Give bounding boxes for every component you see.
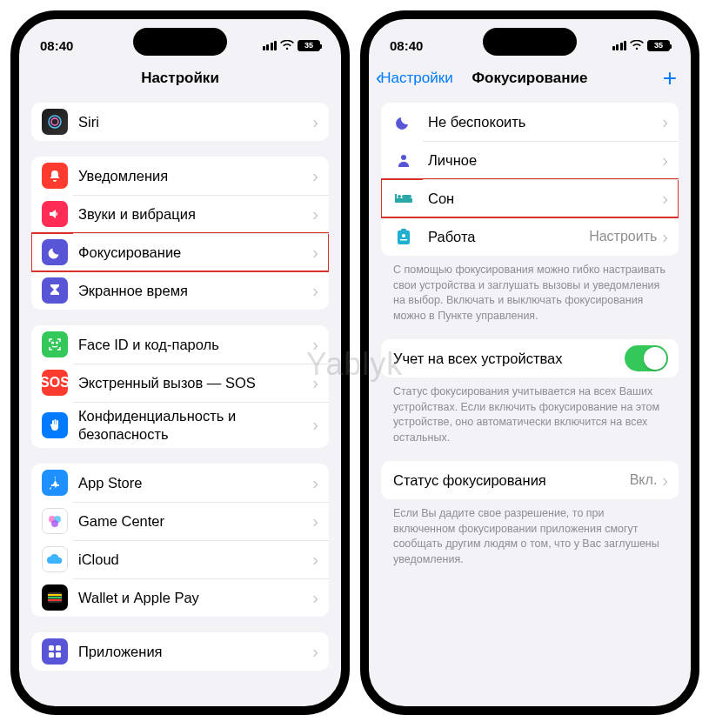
phone-left: 08:40 35 Настройки Siri › (10, 10, 350, 715)
row-share-across-devices[interactable]: Учет на всех устройствах (381, 339, 679, 377)
svg-point-1 (51, 118, 58, 125)
svg-rect-21 (401, 229, 406, 231)
row-faceid[interactable]: Face ID и код-пароль › (31, 325, 329, 364)
chevron-right-icon: › (312, 511, 318, 531)
row-label: iCloud (78, 551, 312, 569)
page-title: Фокусирование (472, 70, 588, 87)
settings-group: App Store › Game Center › iCloud › (31, 464, 329, 617)
row-label: Face ID и код-пароль (78, 336, 312, 354)
svg-point-18 (398, 195, 401, 198)
row-gamecenter[interactable]: Game Center › (31, 502, 329, 540)
focus-list[interactable]: Не беспокоить › Личное › Сон › (369, 96, 691, 706)
svg-rect-23 (400, 239, 407, 241)
chevron-right-icon: › (312, 642, 318, 662)
siri-icon (42, 109, 68, 135)
phone-right: 08:40 35 ‹ Настройки Фокусирование + Не … (360, 10, 699, 715)
settings-group: Face ID и код-пароль › SOS Экстренный вы… (31, 325, 329, 448)
faceid-icon (42, 331, 68, 357)
row-apps[interactable]: Приложения › (31, 632, 329, 671)
row-screentime[interactable]: Экранное время › (31, 271, 329, 310)
row-label: Звуки и вибрация (78, 205, 312, 224)
row-personal[interactable]: Личное › (381, 141, 679, 179)
row-appstore[interactable]: App Store › (31, 464, 329, 502)
row-label: App Store (78, 474, 312, 492)
chevron-right-icon: › (312, 415, 318, 435)
hourglass-icon (42, 277, 68, 304)
svg-point-22 (402, 234, 405, 237)
svg-rect-11 (49, 645, 54, 651)
chevron-right-icon: › (312, 243, 318, 263)
settings-list[interactable]: Siri › Уведомления › Звуки и вибрация › (19, 96, 341, 706)
row-label: Game Center (78, 512, 312, 531)
svg-point-0 (49, 116, 61, 128)
svg-rect-12 (56, 645, 61, 651)
row-label: Работа (428, 228, 589, 246)
share-group: Учет на всех устройствах (381, 339, 679, 377)
add-button[interactable]: + (663, 64, 677, 92)
row-label: Не беспокоить (428, 113, 662, 131)
row-work[interactable]: Работа Настроить › (381, 217, 679, 256)
row-sounds[interactable]: Звуки и вибрация › (31, 195, 329, 233)
nav-bar: Настройки (19, 61, 341, 96)
dynamic-island (483, 28, 577, 56)
svg-rect-10 (48, 599, 62, 601)
svg-rect-13 (49, 652, 54, 658)
chevron-right-icon: › (312, 473, 318, 493)
hand-icon (42, 412, 68, 438)
row-notifications[interactable]: Уведомления › (31, 157, 329, 195)
row-label: Siri (78, 113, 312, 131)
row-wallet[interactable]: Wallet и Apple Pay › (31, 578, 329, 617)
row-label: Учет на всех устройствах (393, 350, 625, 368)
row-label: Фокусирование (78, 244, 312, 262)
row-sleep[interactable]: Сон › (381, 179, 679, 217)
row-sos[interactable]: SOS Экстренный вызов — SOS › (31, 364, 329, 402)
cellular-icon (263, 41, 278, 50)
toggle-switch[interactable] (625, 345, 668, 371)
wifi-icon (630, 40, 644, 50)
appstore-icon (42, 470, 68, 496)
row-label: Конфиденциальность и безопасность (78, 407, 312, 443)
row-focus[interactable]: Фокусирование › (31, 233, 329, 271)
cellular-icon (612, 41, 627, 50)
row-label: Сон (428, 190, 662, 208)
settings-group: Уведомления › Звуки и вибрация › Фокусир… (31, 157, 329, 310)
svg-point-3 (57, 342, 58, 344)
row-label: Экранное время (78, 282, 312, 300)
row-siri[interactable]: Siri › (31, 103, 329, 141)
svg-rect-9 (48, 597, 62, 598)
chevron-right-icon: › (662, 471, 668, 491)
chevron-right-icon: › (312, 112, 318, 132)
person-icon (391, 148, 416, 172)
chevron-right-icon: › (662, 112, 668, 132)
row-do-not-disturb[interactable]: Не беспокоить › (381, 103, 679, 141)
dynamic-island (133, 28, 227, 56)
nav-bar: ‹ Настройки Фокусирование + (369, 61, 691, 96)
chevron-right-icon: › (312, 550, 318, 570)
row-label: Приложения (78, 643, 312, 661)
chevron-right-icon: › (312, 588, 318, 608)
settings-group: Приложения › (31, 632, 329, 671)
settings-group: Siri › (31, 103, 329, 141)
status-description: Если Вы дадите свое разрешение, то при в… (381, 499, 679, 567)
row-icloud[interactable]: iCloud › (31, 540, 329, 578)
back-button[interactable]: ‹ Настройки (376, 67, 453, 90)
wallet-icon (42, 584, 68, 611)
svg-point-15 (401, 155, 406, 160)
status-time: 08:40 (40, 38, 73, 53)
chevron-right-icon: › (312, 204, 318, 224)
svg-rect-14 (56, 652, 61, 658)
back-label: Настройки (380, 70, 452, 87)
moon-icon (42, 239, 68, 265)
svg-rect-16 (395, 198, 412, 203)
row-privacy[interactable]: Конфиденциальность и безопасность › (31, 402, 329, 448)
chevron-right-icon: › (662, 227, 668, 247)
chevron-right-icon: › (662, 150, 668, 170)
battery-icon: 35 (647, 40, 670, 51)
svg-rect-17 (395, 194, 397, 203)
row-label: Уведомления (78, 167, 312, 185)
chevron-right-icon: › (312, 373, 318, 393)
row-label: Экстренный вызов — SOS (78, 374, 312, 392)
row-focus-status[interactable]: Статус фокусирования Вкл. › (381, 461, 679, 499)
battery-icon: 35 (298, 40, 320, 51)
sos-icon: SOS (42, 370, 68, 396)
